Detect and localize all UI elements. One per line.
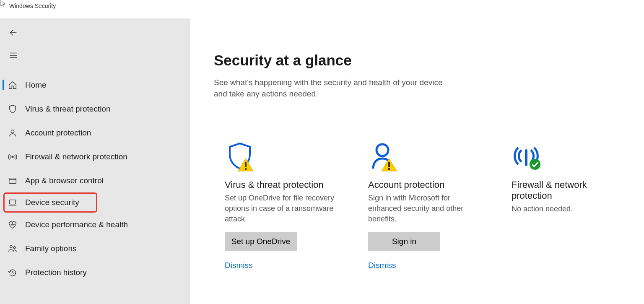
nav-label: Home (25, 81, 47, 90)
main-content: Security at a glance See what's happenin… (190, 18, 644, 304)
card-virus[interactable]: Virus & threat protection Set up OneDriv… (214, 133, 343, 270)
card-desc: Set up OneDrive for file recovery option… (225, 193, 343, 224)
dismiss-link[interactable]: Dismiss (368, 261, 396, 270)
page-subtitle: See what's happening with the security a… (214, 77, 449, 100)
card-firewall[interactable]: Firewall & network protection No action … (501, 133, 630, 270)
svg-point-12 (530, 159, 540, 170)
svg-rect-7 (245, 168, 247, 170)
hamburger-button[interactable] (3, 45, 23, 65)
broadcast-ok-icon (512, 142, 630, 174)
nav-device-security[interactable]: Device security (3, 192, 97, 213)
svg-point-1 (12, 156, 13, 158)
person-icon (8, 128, 18, 138)
shield-warning-icon (225, 142, 343, 174)
svg-rect-11 (525, 149, 527, 166)
nav-history[interactable]: Protection history (0, 260, 190, 284)
window-icon (8, 176, 18, 186)
svg-rect-2 (9, 178, 16, 183)
back-button[interactable] (3, 23, 23, 43)
sidebar: Home Virus & threat protection Account p… (0, 18, 190, 304)
card-account[interactable]: Account protection Sign in with Microsof… (357, 133, 486, 270)
svg-point-5 (13, 246, 16, 248)
svg-rect-6 (245, 162, 247, 167)
shield-icon (8, 104, 18, 114)
broadcast-icon (8, 152, 18, 162)
card-title: Account protection (368, 179, 486, 190)
nav-label: Virus & threat protection (25, 104, 110, 114)
nav-label: Protection history (25, 268, 87, 277)
window-title: Windows Security (9, 3, 56, 9)
nav-account[interactable]: Account protection (0, 121, 190, 145)
person-warning-icon (368, 142, 486, 174)
nav-label: Device performance & health (25, 220, 128, 229)
cards-row: Virus & threat protection Set up OneDriv… (214, 133, 644, 270)
svg-rect-9 (388, 162, 390, 167)
sign-in-button[interactable]: Sign in (368, 232, 440, 251)
svg-rect-3 (10, 200, 16, 204)
nav-label: Firewall & network protection (25, 152, 127, 161)
svg-rect-10 (388, 168, 390, 170)
nav-app-browser[interactable]: App & browser control (0, 169, 190, 192)
nav-label: App & browser control (25, 176, 104, 185)
dismiss-link[interactable]: Dismiss (225, 261, 253, 270)
svg-point-0 (11, 130, 14, 133)
nav-label: Account protection (25, 128, 91, 138)
card-title: Firewall & network protection (512, 179, 630, 201)
setup-onedrive-button[interactable]: Set up OneDrive (225, 232, 297, 251)
heart-icon (8, 220, 18, 230)
card-title: Virus & threat protection (225, 179, 343, 190)
family-icon (8, 244, 18, 254)
nav-firewall[interactable]: Firewall & network protection (0, 145, 190, 169)
page-title: Security at a glance (214, 52, 644, 69)
home-icon (8, 80, 18, 90)
nav: Home Virus & threat protection Account p… (0, 73, 190, 284)
nav-family[interactable]: Family options (0, 236, 190, 260)
nav-virus[interactable]: Virus & threat protection (0, 97, 190, 121)
nav-label: Family options (25, 244, 77, 253)
card-desc: Sign in with Microsoft for enhanced secu… (368, 193, 486, 224)
nav-home[interactable]: Home (0, 73, 190, 97)
nav-performance[interactable]: Device performance & health (0, 213, 190, 236)
svg-point-8 (377, 144, 388, 156)
laptop-icon (8, 197, 18, 208)
card-desc: No action needed. (512, 204, 630, 214)
svg-point-4 (10, 245, 12, 248)
history-icon (8, 268, 18, 278)
nav-label: Device security (25, 198, 79, 207)
